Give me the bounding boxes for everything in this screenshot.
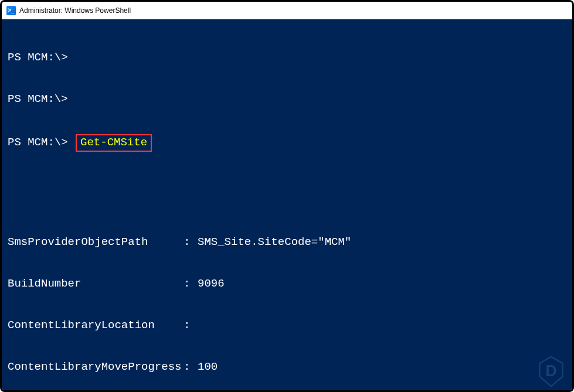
colon: : bbox=[184, 277, 198, 291]
command-highlight: Get-CMSite bbox=[76, 134, 152, 152]
output-row: ContentLibraryMoveProgress: 100 bbox=[8, 360, 566, 374]
prop-name: ContentLibraryLocation bbox=[8, 319, 184, 333]
prop-name: ContentLibraryMoveProgress bbox=[8, 360, 184, 374]
prop-value: 9096 bbox=[198, 277, 225, 291]
prop-name: BuildNumber bbox=[8, 277, 184, 291]
output-row: ContentLibraryLocation: bbox=[8, 319, 566, 333]
powershell-icon: >_ bbox=[6, 6, 16, 15]
prop-value: 100 bbox=[198, 360, 218, 374]
prompt: PS MCM:\> bbox=[8, 93, 68, 107]
colon: : bbox=[184, 236, 198, 250]
prompt-line: PS MCM:\> Get-CMSite bbox=[8, 134, 566, 152]
window-titlebar[interactable]: >_ Administrator: Windows PowerShell bbox=[2, 2, 572, 19]
colon: : bbox=[184, 360, 198, 374]
output-block: SmsProviderObjectPath: SMS_Site.SiteCode… bbox=[8, 207, 566, 390]
prompt-line: PS MCM:\> bbox=[8, 51, 566, 65]
svg-text:D: D bbox=[545, 362, 556, 380]
prop-name: SmsProviderObjectPath bbox=[8, 236, 184, 250]
output-row: SmsProviderObjectPath: SMS_Site.SiteCode… bbox=[8, 236, 566, 250]
output-row: BuildNumber: 9096 bbox=[8, 277, 566, 291]
prompt: PS MCM:\> bbox=[8, 136, 74, 150]
terminal-area[interactable]: PS MCM:\> PS MCM:\> PS MCM:\> Get-CMSite… bbox=[2, 19, 572, 390]
prop-value: SMS_Site.SiteCode="MCM" bbox=[198, 236, 351, 250]
colon: : bbox=[184, 319, 198, 333]
watermark-icon: D bbox=[535, 355, 568, 388]
window-title: Administrator: Windows PowerShell bbox=[19, 6, 131, 15]
prompt: PS MCM:\> bbox=[8, 51, 68, 65]
prompt-line: PS MCM:\> bbox=[8, 93, 566, 107]
